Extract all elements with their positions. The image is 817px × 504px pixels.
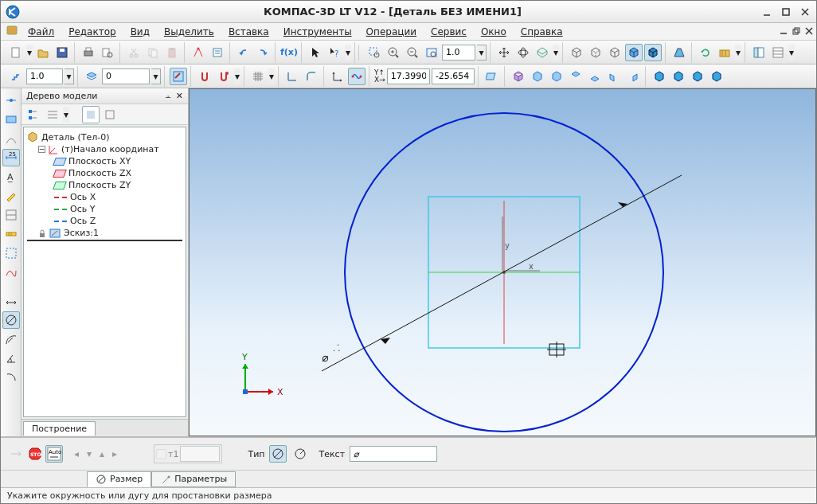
parametric-button[interactable] bbox=[348, 68, 366, 85]
sketch-mode-button[interactable] bbox=[170, 68, 187, 85]
tree-tab-build[interactable]: Построение bbox=[23, 421, 96, 436]
tool-text-button[interactable]: A̲ bbox=[2, 168, 20, 186]
help-cursor-button[interactable]: ? bbox=[326, 44, 343, 61]
round-button[interactable] bbox=[303, 68, 320, 85]
prop-nav-up-button[interactable]: ▴ bbox=[96, 445, 108, 463]
zoom-dropdown[interactable]: ▾ bbox=[477, 45, 487, 61]
tree-root[interactable]: Деталь (Тел-0) bbox=[27, 131, 182, 143]
minimize-button[interactable] bbox=[760, 6, 773, 18]
tool-line-button[interactable] bbox=[2, 111, 20, 128]
paste-button[interactable] bbox=[163, 44, 181, 61]
menu-file[interactable]: Файл bbox=[22, 25, 61, 39]
iso-back-button[interactable] bbox=[548, 68, 565, 85]
tree-axis-x[interactable]: Ось X bbox=[27, 191, 182, 203]
tree-origin[interactable]: − (т)Начало координат bbox=[27, 143, 182, 155]
collapse-icon[interactable]: − bbox=[38, 146, 45, 153]
tree-axis-z[interactable]: Ось Z bbox=[27, 215, 182, 227]
tool-circle-button[interactable] bbox=[2, 130, 20, 147]
snap-toggle-button[interactable] bbox=[196, 68, 213, 85]
coord-y-field[interactable] bbox=[432, 68, 475, 84]
iso-top-button[interactable] bbox=[567, 68, 584, 85]
no-hidden-button[interactable] bbox=[606, 44, 624, 61]
hidden-lines-button[interactable] bbox=[587, 44, 604, 61]
doc-restore-button[interactable] bbox=[792, 26, 800, 37]
rebuild-dropdown[interactable]: ▾ bbox=[735, 45, 741, 61]
iso-right-button[interactable] bbox=[624, 68, 642, 85]
iso-ne-button[interactable] bbox=[689, 68, 706, 85]
system-menu-icon[interactable] bbox=[6, 24, 18, 39]
fx-button[interactable]: f(x) bbox=[280, 44, 298, 61]
tree-mode1-button[interactable] bbox=[82, 106, 100, 123]
grid-dropdown[interactable]: ▾ bbox=[268, 68, 275, 84]
maximize-button[interactable] bbox=[780, 6, 792, 18]
pan-button[interactable] bbox=[495, 44, 513, 61]
close-button[interactable] bbox=[799, 6, 811, 18]
tree-body[interactable]: Деталь (Тел-0) − (т)Начало координат Пло… bbox=[23, 127, 186, 417]
open-button[interactable] bbox=[34, 44, 52, 61]
coord-x-field[interactable] bbox=[387, 68, 430, 84]
step-field[interactable] bbox=[26, 68, 63, 84]
panel-close-icon[interactable]: ✕ bbox=[176, 91, 183, 101]
zoom-out-button[interactable] bbox=[404, 44, 421, 61]
prop-type-diameter-button[interactable] bbox=[269, 445, 287, 463]
refresh-button[interactable] bbox=[697, 44, 714, 61]
zoom-window-button[interactable] bbox=[366, 44, 383, 61]
tool-radius-dim-button[interactable] bbox=[2, 330, 20, 348]
step-dropdown[interactable]: ▾ bbox=[64, 68, 74, 84]
print-button[interactable] bbox=[80, 44, 97, 61]
menu-service[interactable]: Сервис bbox=[424, 25, 473, 39]
tree-icon-button[interactable] bbox=[25, 106, 42, 123]
view-plane-button[interactable] bbox=[483, 68, 501, 85]
layers-dropdown[interactable]: ▾ bbox=[788, 45, 795, 61]
layer-field[interactable] bbox=[102, 68, 150, 84]
prop-type-radius-button[interactable] bbox=[291, 445, 309, 463]
iso-nw-button[interactable] bbox=[708, 68, 725, 85]
copy-button[interactable] bbox=[144, 44, 162, 61]
prop-apply-button[interactable] bbox=[7, 445, 25, 463]
tab-dimension[interactable]: Размер bbox=[87, 471, 151, 487]
shaded-edges-button[interactable] bbox=[644, 44, 662, 61]
prop-nav-down-button[interactable]: ▾ bbox=[84, 445, 95, 463]
local-cs-button[interactable] bbox=[329, 68, 346, 85]
prop-nav-left-button[interactable]: ◂ bbox=[71, 445, 82, 463]
menu-window[interactable]: Окно bbox=[475, 25, 513, 39]
iso-bottom-button[interactable] bbox=[586, 68, 604, 85]
snap-dropdown[interactable]: ▾ bbox=[234, 68, 240, 84]
menu-help[interactable]: Справка bbox=[514, 25, 569, 39]
layers-button[interactable] bbox=[769, 44, 787, 61]
tool-select-button[interactable] bbox=[2, 244, 20, 262]
tool-linear-dim-button[interactable] bbox=[2, 292, 20, 310]
tree-plane-xy[interactable]: Плоскость XY bbox=[27, 155, 182, 167]
tree-toggle-button[interactable] bbox=[750, 44, 768, 61]
properties-button[interactable] bbox=[190, 44, 207, 61]
doc-close-button[interactable] bbox=[805, 26, 813, 37]
cut-button[interactable] bbox=[125, 44, 143, 61]
viewport-3d[interactable]: y x ⌀ . . . bbox=[189, 88, 816, 436]
rotate-button[interactable] bbox=[514, 44, 532, 61]
menu-view[interactable]: Вид bbox=[124, 25, 156, 39]
undo-button[interactable] bbox=[235, 44, 252, 61]
zoom-value-field[interactable] bbox=[442, 45, 475, 61]
tree-plane-zy[interactable]: Плоскость ZY bbox=[27, 179, 182, 191]
iso-front-button[interactable] bbox=[529, 68, 546, 85]
prop-text-field[interactable] bbox=[350, 446, 437, 462]
layer-button[interactable] bbox=[83, 68, 100, 85]
grid-button[interactable] bbox=[249, 68, 267, 85]
menu-select[interactable]: Выделить bbox=[158, 25, 221, 39]
prop-auto-button[interactable]: Auto bbox=[45, 445, 63, 463]
preview-button[interactable] bbox=[99, 44, 116, 61]
iso-se-button[interactable] bbox=[651, 68, 668, 85]
new-doc-dropdown[interactable]: ▾ bbox=[26, 45, 33, 61]
menu-editor[interactable]: Редактор bbox=[62, 25, 122, 39]
redo-button[interactable] bbox=[254, 44, 272, 61]
save-button[interactable] bbox=[53, 44, 71, 61]
orient-button[interactable] bbox=[534, 44, 551, 61]
ortho-button[interactable] bbox=[283, 68, 301, 85]
iso-sw-button[interactable] bbox=[670, 68, 687, 85]
prop-stop-button[interactable]: STOP bbox=[26, 445, 44, 463]
zoom-in-button[interactable] bbox=[385, 44, 402, 61]
iso-left-button[interactable] bbox=[605, 68, 623, 85]
menu-operations[interactable]: Операции bbox=[360, 25, 423, 39]
tree-list-button[interactable] bbox=[44, 106, 61, 123]
tool-angle-dim-button[interactable] bbox=[2, 350, 20, 367]
